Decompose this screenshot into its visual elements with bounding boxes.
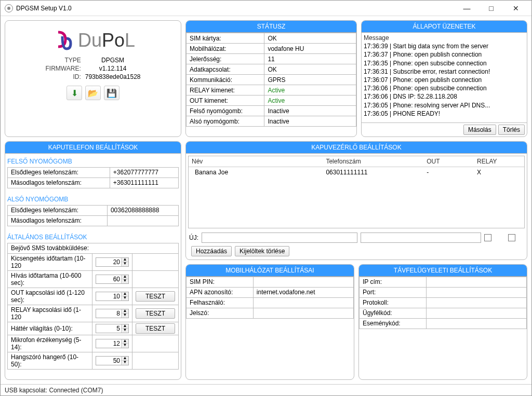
- messages-header: ÁLLAPOT ÜZENETEK: [362, 21, 527, 33]
- status-row: Kommunikáció:GPRS: [187, 75, 356, 85]
- close-button[interactable]: ✕: [504, 1, 527, 16]
- window-buttons: — □ ✕: [455, 1, 527, 16]
- intercom-header: KAPUTELEFON BEÁLLÍTÁSOK: [5, 142, 181, 154]
- logo: DuPoL: [51, 29, 135, 52]
- gate-new-name-input[interactable]: [202, 233, 357, 243]
- message-line: 17:36:39 | Start big data sync from the …: [364, 42, 525, 50]
- bottom-panels: MOBILHÁLÓZAT BEÁLLÍTÁSAI SIM PIN:APN azo…: [185, 264, 527, 380]
- status-row: SIM kártya:OK: [187, 33, 356, 44]
- minimize-button[interactable]: —: [455, 1, 478, 16]
- remote-value[interactable]: [426, 287, 526, 297]
- message-line: 17:36:35 | Phone: open subscibe connecti…: [364, 59, 525, 67]
- relay-test-button[interactable]: TESZT: [136, 308, 175, 319]
- statusbar: USB kapcsolat: Connected (COM7): [1, 384, 531, 395]
- status-row: OUT kimenet:Active: [187, 95, 356, 106]
- ring-duration-stepper[interactable]: ▲▼: [96, 257, 129, 267]
- status-table: SIM kártya:OKMobilhálózat:vodafone HUJel…: [186, 33, 356, 127]
- out-switch-label: OUT kapcsolási idő (1-120 sec):: [8, 288, 92, 305]
- out-switch-stepper[interactable]: ▲▼: [96, 292, 129, 301]
- id-value: 793b838ede0a1528: [85, 73, 141, 80]
- status-row: Adatkapcsolat:OK: [187, 64, 356, 75]
- lower-primary-label: Elsődleges telefonszám:: [8, 205, 108, 215]
- remote-value[interactable]: [426, 277, 526, 287]
- open-folder-button[interactable]: 📂: [85, 86, 101, 100]
- status-value: Active: [264, 95, 356, 106]
- out-test-button[interactable]: TESZT: [136, 291, 175, 302]
- gate-new-out-checkbox[interactable]: [484, 234, 491, 241]
- upper-phone-table: Elsődleges telefonszám: +362077777777 Má…: [7, 167, 179, 188]
- upper-primary-value[interactable]: +362077777777: [110, 167, 178, 177]
- download-button[interactable]: ⬇: [66, 86, 82, 100]
- upper-button-heading: FELSŐ NYOMÓGOMB: [7, 158, 181, 165]
- lower-button-heading: ALSÓ NYOMÓGOMB: [7, 196, 181, 203]
- mobile-value[interactable]: [253, 297, 353, 308]
- mobile-key: Felhasználó:: [187, 297, 254, 308]
- status-key: Jelerősség:: [187, 54, 264, 64]
- clear-messages-button[interactable]: Törlés: [498, 125, 525, 135]
- status-row: Jelerősség:11: [187, 54, 356, 64]
- status-key: RELAY kimenet:: [187, 85, 264, 95]
- logo-mark-icon: [51, 29, 74, 52]
- speaker-volume-stepper[interactable]: ▲▼: [96, 356, 129, 365]
- gate-new-relay-checkbox[interactable]: [508, 234, 515, 241]
- logo-text: DuPoL: [78, 30, 135, 51]
- gate-table: Név Telefonszám OUT RELAY Banana Joe0630…: [189, 156, 524, 177]
- mobile-key: APN azonosító:: [187, 287, 254, 297]
- status-row: Felső nyomógomb:Inactive: [187, 106, 356, 116]
- status-value: vodafone HU: [264, 44, 356, 54]
- gate-col-out: OUT: [423, 156, 474, 167]
- lower-phone-table: Elsődleges telefonszám: 00362088888888 M…: [7, 205, 179, 226]
- message-line: 17:36:31 | Subscribe error, restart conn…: [364, 67, 525, 76]
- call-duration-label: Hívás időtartama (10-600 sec):: [8, 270, 92, 288]
- relay-switch-stepper[interactable]: ▲▼: [96, 309, 129, 318]
- general-settings-heading: ÁLTALÁNOS BEÁLLÍTÁSOK: [7, 234, 181, 241]
- mic-sensitivity-stepper[interactable]: ▲▼: [96, 339, 129, 348]
- mobile-value[interactable]: [253, 277, 353, 287]
- lower-primary-value[interactable]: 00362088888888: [107, 205, 178, 215]
- mobile-value[interactable]: internet.vodafone.net: [253, 287, 353, 297]
- gate-row-name: Banana Joe: [189, 167, 323, 177]
- mic-sensitivity-label: Mikrofon érzékenység (5-14):: [8, 335, 92, 352]
- backlight-stepper[interactable]: ▲▼: [96, 324, 129, 333]
- gate-add-button[interactable]: Hozzáadás: [191, 246, 232, 256]
- window-title: DPGSM Setup V1.0: [16, 5, 455, 12]
- messages-panel: ÁLLAPOT ÜZENETEK Message 17:36:39 | Star…: [361, 20, 527, 137]
- backlight-test-button[interactable]: TESZT: [136, 323, 175, 334]
- gate-delete-selected-button[interactable]: Kijelöltek törlése: [235, 246, 289, 256]
- backlight-label: Háttér világítás (0-10):: [8, 322, 92, 335]
- copy-messages-button[interactable]: Másolás: [463, 125, 496, 135]
- status-key: OUT kimenet:: [187, 95, 264, 106]
- speaker-volume-label: Hangszóró hangerő (10-50):: [8, 352, 92, 369]
- status-value: OK: [264, 33, 356, 44]
- messages-list[interactable]: Message 17:36:39 | Start big data sync f…: [362, 33, 527, 123]
- status-header: STÁTUSZ: [186, 21, 356, 33]
- call-duration-stepper[interactable]: ▲▼: [96, 275, 129, 284]
- remote-value[interactable]: [426, 308, 526, 318]
- gate-new-label: ÚJ:: [189, 234, 198, 241]
- lower-secondary-value[interactable]: [107, 215, 178, 226]
- remote-value[interactable]: [426, 297, 526, 308]
- status-value: GPRS: [264, 75, 356, 85]
- table-row[interactable]: Banana Joe063011111111-X: [189, 167, 524, 177]
- gate-new-phone-input[interactable]: [361, 233, 481, 243]
- save-button[interactable]: 💾: [104, 86, 119, 100]
- firmware-value: v1.12.114: [85, 65, 141, 72]
- type-label: TYPE: [46, 57, 81, 64]
- upper-secondary-value[interactable]: +363011111111: [110, 177, 178, 188]
- status-value: Inactive: [264, 106, 356, 116]
- status-key: SIM kártya:: [187, 33, 264, 44]
- remote-settings-table: IP cím:Port:Protokoll:Ügyfélkód:Eseményk…: [359, 277, 527, 329]
- remote-key: Port:: [360, 287, 427, 297]
- message-line: 17:36:05 | PHONE READY!: [364, 110, 525, 118]
- status-row: RELAY kimenet:Active: [187, 85, 356, 95]
- gate-panel: KAPUVEZÉRLŐ BEÁLLÍTÁSOK Név Telefonszám …: [185, 141, 527, 260]
- usb-status-value: Connected (COM7): [49, 387, 103, 394]
- mobile-value[interactable]: [253, 308, 353, 318]
- remote-value[interactable]: [426, 318, 526, 329]
- status-key: Alsó nyomógomb:: [187, 116, 264, 127]
- app-icon: [5, 4, 13, 12]
- status-value: OK: [264, 64, 356, 75]
- status-value: Active: [264, 85, 356, 95]
- maximize-button[interactable]: □: [480, 1, 503, 16]
- general-settings-table: Bejövő SMS továbbküldése: Kicsengetés id…: [7, 243, 179, 370]
